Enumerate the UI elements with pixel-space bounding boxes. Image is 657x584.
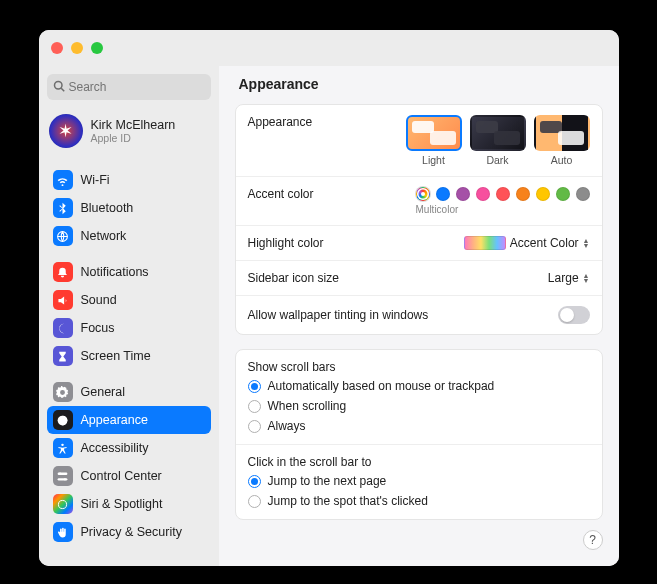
close-window-button[interactable] <box>51 42 63 54</box>
bluetooth-icon <box>53 198 73 218</box>
svg-point-9 <box>58 500 66 508</box>
svg-line-1 <box>61 88 64 91</box>
accent-swatch-red[interactable] <box>496 187 510 201</box>
hand-icon <box>53 522 73 542</box>
wallpaper-tint-label: Allow wallpaper tinting in windows <box>248 308 558 322</box>
wifi-icon <box>53 170 73 190</box>
svg-point-8 <box>64 478 66 480</box>
sidebar-item-privacy[interactable]: Privacy & Security <box>47 518 211 546</box>
page-title: Appearance <box>235 66 603 104</box>
accent-swatch-green[interactable] <box>556 187 570 201</box>
click-scroll-option-page[interactable]: Jump to the next page <box>236 471 602 491</box>
accent-swatch-graphite[interactable] <box>576 187 590 201</box>
radio-icon <box>248 420 261 433</box>
scrollbars-option-always[interactable]: Always <box>236 416 602 436</box>
titlebar <box>39 30 619 66</box>
radio-label: Automatically based on mouse or trackpad <box>268 379 495 393</box>
search-field[interactable] <box>47 74 211 100</box>
sidebar-item-appearance[interactable]: Appearance <box>47 406 211 434</box>
radio-icon <box>248 400 261 413</box>
sidebar-item-sound[interactable]: Sound <box>47 286 211 314</box>
sidebar-item-label: Wi-Fi <box>81 173 110 187</box>
accent-selected-name: Multicolor <box>416 204 459 215</box>
avatar: ✶ <box>49 114 83 148</box>
sidebar-size-select[interactable]: Large ▲▼ <box>548 271 590 285</box>
sidebar-item-label: General <box>81 385 125 399</box>
sidebar-item-label: Control Center <box>81 469 162 483</box>
dark-thumbnail <box>470 115 526 151</box>
appearance-option-label: Dark <box>470 154 526 166</box>
speaker-icon <box>53 290 73 310</box>
accent-swatch-orange[interactable] <box>516 187 530 201</box>
bell-icon <box>53 262 73 282</box>
radio-icon <box>248 475 261 488</box>
accent-swatch-yellow[interactable] <box>536 187 550 201</box>
auto-thumbnail <box>534 115 590 151</box>
sidebar-item-label: Sound <box>81 293 117 307</box>
zoom-window-button[interactable] <box>91 42 103 54</box>
wallpaper-tint-toggle[interactable] <box>558 306 590 324</box>
accent-swatch-blue[interactable] <box>436 187 450 201</box>
sidebar-item-wifi[interactable]: Wi-Fi <box>47 166 211 194</box>
accent-swatch-pink[interactable] <box>476 187 490 201</box>
sidebar-item-label: Bluetooth <box>81 201 134 215</box>
accent-row-label: Accent color <box>248 187 416 201</box>
sidebar-item-label: Screen Time <box>81 349 151 363</box>
profile-name: Kirk McElhearn <box>91 118 176 132</box>
sidebar-item-label: Notifications <box>81 265 149 279</box>
highlight-value: Accent Color <box>510 236 579 250</box>
search-icon <box>53 78 69 96</box>
sidebar-item-general[interactable]: General <box>47 378 211 406</box>
radio-icon <box>248 380 261 393</box>
sidebar-item-label: Accessibility <box>81 441 149 455</box>
radio-label: Jump to the next page <box>268 474 387 488</box>
radio-icon <box>248 495 261 508</box>
help-button[interactable]: ? <box>583 530 603 550</box>
appearance-row-label: Appearance <box>248 115 406 129</box>
sidebar-item-notifications[interactable]: Notifications <box>47 258 211 286</box>
search-input[interactable] <box>69 80 205 94</box>
sidebar-item-label: Appearance <box>81 413 148 427</box>
sidebar-item-screen-time[interactable]: Screen Time <box>47 342 211 370</box>
sliders-icon <box>53 466 73 486</box>
accent-swatch-purple[interactable] <box>456 187 470 201</box>
apple-id-profile[interactable]: ✶ Kirk McElhearn Apple ID <box>47 110 211 158</box>
appearance-option-label: Auto <box>534 154 590 166</box>
appearance-option-dark[interactable]: Dark <box>470 115 526 166</box>
sidebar-item-label: Privacy & Security <box>81 525 182 539</box>
minimize-window-button[interactable] <box>71 42 83 54</box>
svg-point-7 <box>59 472 61 474</box>
radio-label: When scrolling <box>268 399 347 413</box>
light-thumbnail <box>406 115 462 151</box>
appearance-option-auto[interactable]: Auto <box>534 115 590 166</box>
click-scroll-option-spot[interactable]: Jump to the spot that's clicked <box>236 491 602 511</box>
sidebar-size-row-label: Sidebar icon size <box>248 271 548 285</box>
scrollbars-header: Show scroll bars <box>236 350 602 376</box>
profile-subtitle: Apple ID <box>91 132 176 144</box>
appearance-icon <box>53 410 73 430</box>
highlight-color-select[interactable]: Accent Color ▲▼ <box>464 236 590 250</box>
settings-window: ✶ Kirk McElhearn Apple ID Wi-Fi Bluetoot… <box>39 30 619 566</box>
sidebar-item-network[interactable]: Network <box>47 222 211 250</box>
sidebar-item-label: Network <box>81 229 127 243</box>
sidebar: ✶ Kirk McElhearn Apple ID Wi-Fi Bluetoot… <box>39 66 219 566</box>
sidebar-item-label: Focus <box>81 321 115 335</box>
chevron-updown-icon: ▲▼ <box>583 238 590 248</box>
sidebar-item-focus[interactable]: Focus <box>47 314 211 342</box>
sidebar-item-control-center[interactable]: Control Center <box>47 462 211 490</box>
sidebar-item-bluetooth[interactable]: Bluetooth <box>47 194 211 222</box>
scrollbars-option-auto[interactable]: Automatically based on mouse or trackpad <box>236 376 602 396</box>
appearance-panel: Appearance Light Dark Auto <box>235 104 603 335</box>
gear-icon <box>53 382 73 402</box>
sidebar-item-siri[interactable]: Siri & Spotlight <box>47 490 211 518</box>
appearance-option-light[interactable]: Light <box>406 115 462 166</box>
sidebar-item-accessibility[interactable]: Accessibility <box>47 434 211 462</box>
scrollbars-option-when-scrolling[interactable]: When scrolling <box>236 396 602 416</box>
click-scroll-header: Click in the scroll bar to <box>236 444 602 471</box>
accent-swatches <box>416 187 590 201</box>
svg-point-0 <box>54 82 62 90</box>
svg-point-4 <box>61 443 63 445</box>
chevron-updown-icon: ▲▼ <box>583 273 590 283</box>
radio-label: Always <box>268 419 306 433</box>
accent-swatch-multicolor[interactable] <box>416 187 430 201</box>
